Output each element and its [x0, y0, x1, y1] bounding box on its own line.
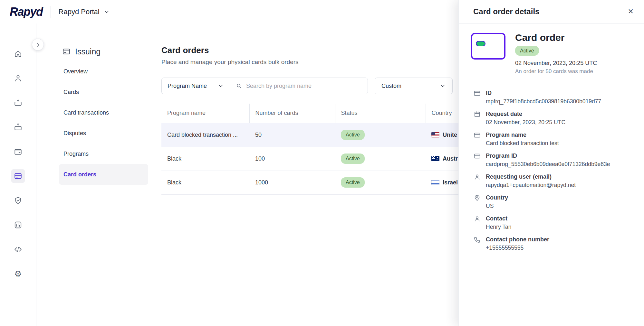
rail-item-wallet[interactable] [11, 144, 25, 159]
top-bar: Rapyd Rapyd Portal [0, 0, 458, 23]
detail-value: 02 November, 2023, 20:25 UTC [486, 119, 565, 126]
cell-status: Active [335, 123, 426, 147]
portal-name: Rapyd Portal [59, 8, 100, 16]
cell-program-name: Card blocked transaction ... [161, 123, 249, 147]
cell-status: Active [335, 171, 426, 194]
map-pin-icon [474, 194, 481, 201]
detail-label: Request date [486, 110, 565, 117]
rail-item-developers[interactable] [11, 242, 25, 256]
logo-separator [51, 6, 51, 18]
portal-switcher[interactable]: Rapyd Portal [59, 8, 110, 16]
subnav-header: Issuing [59, 44, 148, 59]
detail-value: Henry Tan [486, 223, 511, 230]
card-payout-icon [14, 123, 22, 131]
detail-label: Requesting user (email) [486, 173, 576, 180]
status-badge: Active [341, 154, 365, 163]
date-range-select[interactable]: Custom [375, 78, 453, 94]
country-label: Israel [443, 179, 458, 186]
rail-item-disburse[interactable] [11, 120, 25, 134]
code-icon [14, 245, 22, 254]
sidebar-item-programs[interactable]: Programs [59, 144, 148, 164]
sidebar-item-card-orders[interactable]: Card orders [59, 164, 148, 185]
card-chip [476, 41, 485, 46]
user-icon [474, 215, 481, 222]
detail-value: cardprog_55530eb6b09deea0e0f71326ddb9e83… [486, 161, 610, 168]
rail-item-issuing[interactable] [11, 169, 25, 183]
sidebar-item-cards[interactable]: Cards [59, 82, 148, 102]
card-order-hero: Card order Active 02 November, 2023, 20:… [459, 23, 644, 75]
rail-item-home[interactable] [11, 47, 25, 61]
card-icon [474, 153, 481, 160]
cell-program-name: Black [161, 147, 249, 171]
close-icon[interactable]: ✕ [628, 8, 634, 15]
cell-program-name: Black [161, 171, 249, 194]
detail-value: +15555555555 [486, 244, 549, 251]
search-input[interactable] [246, 83, 362, 89]
detail-label: Contact phone number [486, 236, 549, 243]
page-title: Card orders [161, 45, 209, 55]
rail-item-verify[interactable] [11, 193, 25, 208]
chevron-down-icon [103, 9, 110, 15]
home-icon [14, 50, 22, 58]
card-icon [474, 90, 481, 97]
wallet-icon [14, 147, 22, 156]
card-icon [62, 47, 71, 56]
column-header-program-name: Program name [161, 104, 249, 123]
detail-row-country: Country US [474, 194, 632, 210]
panel-title: Card order details [473, 7, 539, 16]
card-icon [14, 172, 22, 180]
user-icon [14, 74, 22, 82]
chevron-right-icon [35, 42, 41, 48]
rail-item-collect[interactable] [11, 96, 25, 110]
detail-value: rapydqa1+cpautomation@rapyd.net [486, 182, 576, 189]
status-badge: Active [341, 177, 365, 187]
card-deposit-icon [14, 98, 22, 107]
card-icon [474, 132, 481, 139]
rail-item-analytics[interactable] [11, 218, 25, 232]
cell-number-of-cards: 100 [249, 147, 335, 171]
shield-check-icon [14, 196, 22, 205]
column-header-status: Status [335, 104, 426, 123]
detail-row-program-name: Program name Card blocked transaction te… [474, 131, 632, 147]
cell-number-of-cards: 50 [249, 123, 335, 147]
order-summary: An order for 50 cards was made [515, 68, 597, 75]
order-details-list: ID mpfrq_779f1b8cbcd5c0039819b6300b019d7… [474, 89, 632, 251]
detail-value: mpfrq_779f1b8cbcd5c0039819b6300b019d77 [486, 98, 601, 105]
search-box [230, 78, 368, 94]
subnav-title: Issuing [75, 47, 101, 56]
chevron-down-icon [439, 83, 446, 89]
column-header-number-of-cards: Number of cards [249, 104, 335, 123]
cell-status: Active [335, 147, 426, 171]
cell-number-of-cards: 1000 [249, 171, 335, 194]
search-icon [236, 83, 242, 89]
country-label: Unite [443, 132, 457, 138]
program-name-select[interactable]: Program Name [162, 78, 230, 94]
israel-flag-icon [431, 180, 439, 185]
detail-label: Program name [486, 131, 559, 138]
card-order-details-panel: Card order details ✕ Card order Active 0… [458, 0, 644, 326]
card-illustration [471, 33, 505, 60]
detail-label: ID [486, 89, 601, 97]
sidebar-expand-button[interactable] [32, 39, 44, 51]
calendar-icon [474, 111, 481, 118]
detail-row-contact-phone: Contact phone number +15555555555 [474, 236, 632, 251]
detail-label: Country [486, 194, 508, 201]
card-order-title: Card order [515, 33, 597, 42]
sidebar-item-disputes[interactable]: Disputes [59, 123, 148, 144]
program-name-select-value: Program Name [168, 83, 207, 89]
order-date: 02 November, 2023, 20:25 UTC [515, 60, 597, 67]
detail-value: US [486, 202, 508, 210]
rail-item-clients[interactable] [11, 71, 25, 85]
australia-flag-icon [431, 156, 439, 161]
detail-row-request-date: Request date 02 November, 2023, 20:25 UT… [474, 110, 632, 126]
detail-label: Contact [486, 215, 511, 222]
detail-row-id: ID mpfrq_779f1b8cbcd5c0039819b6300b019d7… [474, 89, 632, 105]
status-badge: Active [341, 130, 365, 140]
rail-item-settings[interactable]: ⚙ [11, 267, 25, 281]
rapyd-logo[interactable]: Rapyd [10, 5, 43, 19]
sidebar-item-overview[interactable]: Overview [59, 61, 148, 82]
chevron-down-icon [217, 83, 224, 89]
sidebar-item-card-transactions[interactable]: Card transactions [59, 102, 148, 123]
date-range-select-value: Custom [381, 83, 401, 89]
detail-label: Program ID [486, 152, 610, 159]
